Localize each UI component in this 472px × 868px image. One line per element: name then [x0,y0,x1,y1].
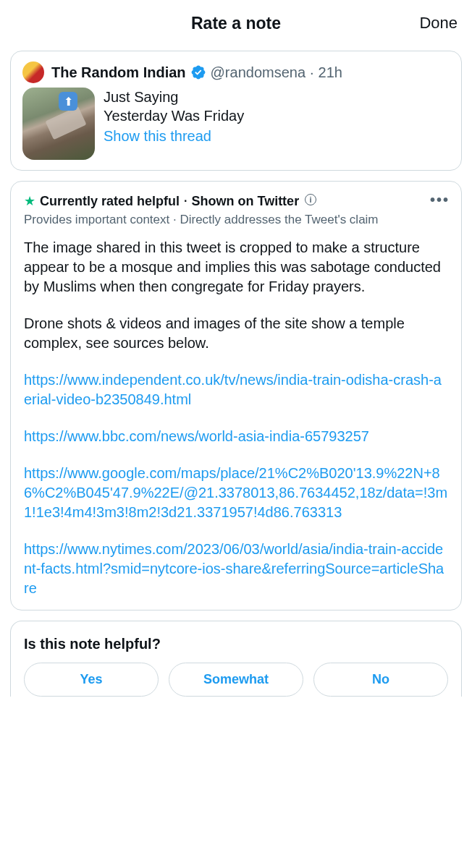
feedback-somewhat-button[interactable]: Somewhat [169,663,303,697]
note-status-row: ★ Currently rated helpful · Shown on Twi… [24,193,448,209]
done-button[interactable]: Done [419,14,458,33]
source-link[interactable]: https://www.bbc.com/news/world-asia-indi… [24,428,369,444]
show-thread-link[interactable]: Show this thread [104,128,211,145]
tweet-header: The Random Indian @randomsena · 21h [22,61,450,83]
status-helpful: Currently rated helpful [40,194,180,209]
timestamp: 21h [319,64,342,81]
feedback-yes-button[interactable]: Yes [24,663,159,697]
note-reasons: Provides important context · Directly ad… [24,212,448,228]
separator: · [310,64,314,81]
modal-header: Rate a note Done [0,0,472,46]
tweet-body: ⬆ Just Saying Yesterday Was Friday Show … [22,88,450,160]
tweet-text-wrap: Just Saying Yesterday Was Friday Show th… [104,88,244,160]
feedback-buttons: Yes Somewhat No [24,663,448,697]
status-shown: Shown on Twitter [191,194,299,209]
source-link[interactable]: https://www.google.com/maps/place/21%C2%… [24,465,447,520]
up-arrow-icon: ⬆ [59,92,77,111]
note-paragraph: Drone shots & videos and images of the s… [24,314,448,353]
source-link[interactable]: https://www.independent.co.uk/tv/news/in… [24,372,442,407]
star-icon: ★ [24,193,35,209]
page-title: Rate a note [191,14,281,33]
note-body: The image shared in this tweet is croppe… [24,238,448,598]
note-paragraph: The image shared in this tweet is croppe… [24,238,448,297]
feedback-card: Is this note helpful? Yes Somewhat No [10,621,462,697]
verified-badge-icon [190,64,206,80]
status-separator: · [184,195,187,208]
tweet-card[interactable]: The Random Indian @randomsena · 21h ⬆ Ju… [10,51,462,171]
community-note-card: ★ Currently rated helpful · Shown on Twi… [10,181,462,610]
feedback-question: Is this note helpful? [24,636,448,652]
tweet-text-line: Just Saying [104,88,244,106]
user-handle: @randomsena [211,64,305,81]
tweet-image-thumbnail[interactable]: ⬆ [22,88,95,160]
tweet-text-line: Yesterday Was Friday [104,106,244,125]
feedback-no-button[interactable]: No [313,663,448,697]
avatar[interactable] [22,61,44,83]
more-menu-button[interactable]: ••• [430,192,450,208]
info-icon[interactable]: i [305,194,316,205]
source-link[interactable]: https://www.nytimes.com/2023/06/03/world… [24,541,444,596]
display-name: The Random Indian [51,64,186,81]
